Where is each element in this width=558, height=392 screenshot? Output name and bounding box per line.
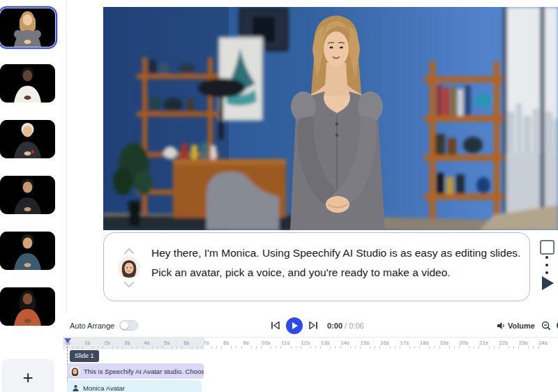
ruler-minor-tick [137,346,137,349]
avatar-thumbnail-woman-rust-top[interactable] [0,287,55,326]
avatar-thumbnail-man-teal-shirt[interactable] [0,232,55,270]
ruler-minor-tick [142,346,143,349]
ruler-tick-label: 18s [420,340,429,346]
video-scene [103,7,558,230]
ruler-minor-tick [533,346,534,349]
avatar-face-thumbnail[interactable] [118,257,140,279]
ruler-minor-tick [157,346,158,349]
ruler-minor-tick [499,346,499,349]
avatar-thumbnail-man-dark-shirt[interactable] [0,176,55,214]
person-icon [72,384,80,392]
ruler-tick-label: 9s [243,340,248,346]
script-block[interactable]: Hey there, I'm Monica. Using Speechify A… [103,232,530,301]
skip-forward-icon[interactable] [309,321,318,330]
zoom-out-icon[interactable] [541,321,551,331]
ruler-minor-tick [390,346,391,349]
ruler-tick-label: 22s [499,340,508,346]
ruler-minor-tick [434,346,435,349]
ruler-minor-tick [152,346,153,349]
ruler-minor-tick [439,346,440,349]
ruler-minor-tick [162,346,163,349]
ruler-minor-tick [181,346,182,349]
ruler-minor-tick [310,346,311,349]
slide-badge[interactable]: Slide 1 [70,350,99,362]
ruler-minor-tick [211,346,212,349]
ruler-tick-label: 24s [538,340,548,346]
ruler-minor-tick [197,346,197,349]
ruler-minor-tick [335,346,335,349]
ruler-minor-tick [202,346,202,349]
ruler-tick-label: 23s [519,340,528,346]
avatar-face-icon [70,366,80,377]
chevron-up-icon[interactable] [123,248,135,254]
avatar-thumbnail-man-white-shirt[interactable] [0,64,55,103]
ruler-minor-tick [301,346,301,349]
ruler-minor-tick [454,346,455,349]
ruler-tick-label: 8s [223,340,229,346]
auto-arrange-label: Auto Arrange [70,322,114,330]
ruler-minor-tick [379,346,380,349]
ruler-minor-tick [231,346,232,349]
script-select-checkbox[interactable] [540,240,555,255]
ruler-minor-tick [528,346,529,349]
ruler-tick-label: 2s [105,340,110,346]
toggle-knob [121,322,128,329]
ruler-minor-tick [400,346,400,349]
ruler-minor-tick [355,346,356,349]
timeline-ruler[interactable]: 0s1s2s3s4s5s6s7s8s9s10s11s12s13s14s15s16… [63,338,558,349]
avatar-track[interactable]: Monica Avatar [67,380,202,392]
avatar-track-label: Monica Avatar [83,384,125,392]
ruler-tick-label: 11s [281,340,289,346]
add-avatar-button[interactable]: + [1,359,54,392]
volume-label: Volume [508,322,535,330]
sidebar-divider [66,0,67,337]
playhead-icon[interactable] [64,338,71,343]
chevron-down-icon[interactable] [123,282,135,288]
ruler-tick-label: 14s [340,340,349,346]
ruler-minor-tick [469,346,469,349]
ruler-minor-tick [395,346,395,349]
ruler-minor-tick [429,346,430,349]
ruler-tick-label: 15s [361,340,370,346]
ruler-minor-tick [132,346,133,349]
ruler-minor-tick [340,346,341,349]
ruler-tick-label: 5s [164,340,169,346]
script-play-icon[interactable] [542,276,554,290]
auto-arrange-toggle[interactable] [119,320,138,331]
ruler-minor-tick [375,346,375,349]
ruler-minor-tick [459,346,460,349]
ruler-minor-tick [508,346,509,349]
playback-controls-bar: Auto Arrange 0:00 / 0:06 Volume [63,314,558,337]
ruler-minor-tick [251,346,252,349]
ruler-minor-tick [216,346,217,349]
volume-icon[interactable] [497,322,506,330]
ruler-minor-tick [73,346,73,349]
ruler-minor-tick [241,346,242,349]
ruler-minor-tick [419,346,420,349]
ruler-minor-tick [350,346,351,349]
ruler-minor-tick [518,346,519,349]
avatar-thumbnail-monica-gray-dress[interactable] [0,8,55,47]
ruler-tick-label: 1s [84,340,90,346]
ruler-minor-tick [538,346,539,349]
avatar-sidebar: + [0,0,66,392]
ruler-minor-tick [320,346,321,349]
ruler-minor-tick [280,346,281,349]
avatar-thumbnail-older-man-suit[interactable] [0,120,55,158]
ruler-minor-tick [271,346,271,349]
kebab-menu-icon[interactable] [545,256,549,274]
ruler-tick-label: 7s [204,340,209,346]
ruler-minor-tick [117,346,118,349]
play-icon [292,322,298,329]
script-track[interactable]: This is Speechify AI Avatar studio. Choo… [67,363,204,379]
ruler-minor-tick [291,346,292,349]
skip-back-icon[interactable] [271,321,280,330]
script-track-label: This is Speechify AI Avatar studio. Choo… [84,368,204,375]
ruler-minor-tick [360,346,361,349]
script-text[interactable]: Hey there, I'm Monica. Using Speechify A… [151,243,525,282]
play-button[interactable] [286,317,303,334]
ruler-minor-tick [474,346,474,349]
ruler-tick-label: 16s [380,340,389,346]
video-preview[interactable] [103,7,558,230]
ruler-minor-tick [449,346,450,349]
